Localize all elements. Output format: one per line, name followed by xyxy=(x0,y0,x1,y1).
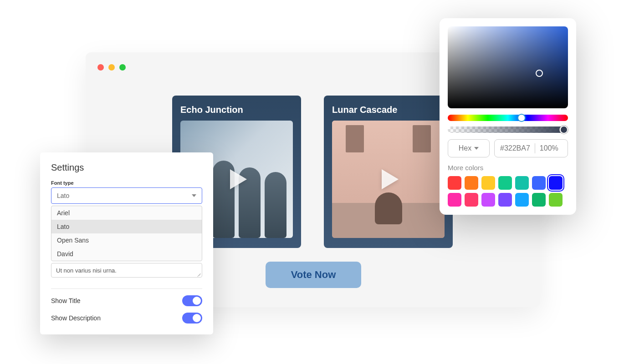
hex-value: #322BA7 xyxy=(500,144,530,152)
hue-thumb[interactable] xyxy=(517,114,526,122)
font-option[interactable]: Ariel xyxy=(51,206,202,220)
saturation-lightness-area[interactable] xyxy=(448,26,568,108)
opacity-value: 100% xyxy=(540,144,558,152)
maximize-icon[interactable] xyxy=(119,64,126,71)
card-title: Lunar Cascade xyxy=(332,105,445,115)
description-value: Ut non varius nisi urna. xyxy=(56,267,117,274)
color-swatch[interactable] xyxy=(498,193,512,207)
color-swatch[interactable] xyxy=(448,176,461,190)
color-swatch[interactable] xyxy=(465,176,478,190)
font-type-selected: Lato xyxy=(57,192,69,199)
swatch-grid xyxy=(448,176,568,207)
color-swatch[interactable] xyxy=(465,193,478,207)
color-picker-panel: Hex #322BA7 100% More colors xyxy=(440,18,576,215)
play-icon[interactable] xyxy=(373,163,404,195)
window-controls xyxy=(97,64,126,71)
toggle-show-description-row: Show Description xyxy=(40,306,213,324)
toggle-label: Show Title xyxy=(51,297,81,304)
color-swatch[interactable] xyxy=(515,176,529,190)
color-format-label: Hex xyxy=(459,144,471,152)
vote-now-button[interactable]: Vote Now xyxy=(266,262,361,288)
chevron-down-icon xyxy=(474,147,479,150)
cards-row: Echo Junction Lunar Cascade xyxy=(172,96,453,248)
font-option[interactable]: Open Sans xyxy=(51,233,202,247)
close-icon[interactable] xyxy=(97,64,104,71)
font-type-select[interactable]: Lato xyxy=(51,187,202,204)
color-swatch[interactable] xyxy=(481,193,495,207)
font-type-label: Font type xyxy=(40,180,213,187)
font-type-dropdown: Ariel Lato Open Sans David xyxy=(51,206,202,261)
hue-slider[interactable] xyxy=(448,115,568,121)
color-swatch[interactable] xyxy=(498,176,512,190)
svg-marker-1 xyxy=(382,169,399,189)
chevron-down-icon xyxy=(192,194,196,197)
color-swatch[interactable] xyxy=(515,193,529,207)
play-icon[interactable] xyxy=(221,163,253,195)
color-swatch[interactable] xyxy=(532,193,546,207)
alpha-thumb[interactable] xyxy=(560,126,568,134)
resize-handle-icon[interactable] xyxy=(196,272,201,276)
settings-panel: Settings Font type Lato Ariel Lato Open … xyxy=(40,152,213,334)
svg-marker-0 xyxy=(230,169,247,189)
toggle-label: Show Description xyxy=(51,314,101,322)
color-value-row: Hex #322BA7 100% xyxy=(448,139,568,157)
settings-title: Settings xyxy=(40,162,213,180)
color-cursor-icon[interactable] xyxy=(536,70,543,77)
font-option[interactable]: David xyxy=(51,247,202,261)
color-swatch[interactable] xyxy=(549,176,563,190)
divider xyxy=(535,143,535,153)
card-lunar-cascade[interactable]: Lunar Cascade xyxy=(324,96,453,248)
card-media[interactable] xyxy=(332,121,445,238)
card-title: Echo Junction xyxy=(180,105,293,115)
description-textarea[interactable]: Ut non varius nisi urna. xyxy=(51,263,202,278)
color-format-select[interactable]: Hex xyxy=(448,139,490,157)
minimize-icon[interactable] xyxy=(108,64,115,71)
show-description-toggle[interactable] xyxy=(182,313,202,324)
color-swatch[interactable] xyxy=(549,193,563,207)
font-option[interactable]: Lato xyxy=(51,220,202,233)
color-swatch[interactable] xyxy=(481,176,495,190)
alpha-slider[interactable] xyxy=(448,126,568,133)
color-swatch[interactable] xyxy=(448,193,461,207)
vote-now-label: Vote Now xyxy=(291,269,336,281)
more-colors-label: More colors xyxy=(448,164,568,172)
color-swatch[interactable] xyxy=(532,176,546,190)
toggle-show-title-row: Show Title xyxy=(40,289,213,306)
show-title-toggle[interactable] xyxy=(182,295,202,306)
color-value-input[interactable]: #322BA7 100% xyxy=(494,139,568,157)
